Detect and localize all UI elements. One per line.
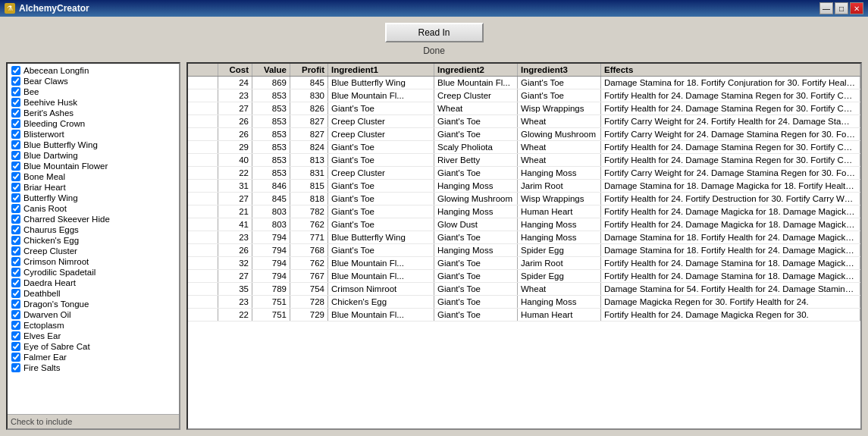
table-row[interactable]: 21803782Giant's ToeHanging MossHuman Hea… — [188, 205, 860, 218]
list-item[interactable]: Butterfly Wing — [9, 193, 177, 203]
ingredient-name: Elves Ear — [24, 331, 61, 340]
ingredient-name: Blisterwort — [24, 130, 64, 139]
ingredient-name: Chicken's Egg — [24, 236, 79, 245]
ingredient-name: Ectoplasm — [24, 321, 64, 330]
ingredient-name: Falmer Ear — [24, 353, 67, 362]
list-item[interactable]: Charred Skeever Hide — [9, 214, 177, 224]
list-item[interactable]: Berit's Ashes — [9, 108, 177, 118]
ingredient-name: Eye of Sabre Cat — [24, 342, 90, 351]
ingredient-list: Abecean LongfinBear ClawsBeeBeehive Husk… — [8, 64, 179, 414]
ingredient-name: Deathbell — [24, 289, 61, 298]
table-row[interactable]: 24869845Blue Butterfly WingBlue Mountain… — [188, 77, 860, 89]
title-bar: ⚗ AlchemyCreator — □ ✕ — [0, 0, 868, 17]
col-header-ing3: Ingredient3 — [518, 64, 601, 76]
ingredient-name: Bear Claws — [24, 77, 68, 86]
list-item[interactable]: Blisterwort — [9, 129, 177, 140]
table-row[interactable]: 26853827Creep ClusterGiant's ToeWheatFor… — [188, 115, 860, 128]
list-item[interactable]: Bee — [9, 86, 177, 97]
table-row[interactable]: 27845818Giant's ToeGlowing MushroomWisp … — [188, 193, 860, 205]
table-row[interactable]: 23853830Blue Mountain Fl...Creep Cluster… — [188, 89, 860, 102]
window-title: AlchemyCreator — [19, 3, 89, 14]
ingredient-name: Blue Mountain Flower — [24, 162, 108, 171]
ingredient-name: Creep Cluster — [24, 246, 77, 256]
list-item[interactable]: Bleeding Crown — [9, 118, 177, 129]
col-header-cost: Cost — [218, 64, 252, 76]
col-header-ing2: Ingredient2 — [434, 64, 518, 76]
table-body: 24869845Blue Butterfly WingBlue Mountain… — [188, 77, 860, 428]
ingredient-name: Charred Skeever Hide — [24, 215, 110, 224]
close-button[interactable]: ✕ — [850, 2, 863, 14]
table-row[interactable]: 27794767Blue Mountain Fl...Giant's ToeSp… — [188, 270, 860, 283]
list-item[interactable]: Bear Claws — [9, 76, 177, 86]
list-item[interactable]: Elves Ear — [9, 331, 177, 341]
minimize-button[interactable]: — — [819, 2, 833, 14]
list-item[interactable]: Deathbell — [9, 288, 177, 299]
table-row[interactable]: 27853826Giant's ToeWheatWisp WrappingsFo… — [188, 102, 860, 115]
list-item[interactable]: Chaurus Eggs — [9, 224, 177, 235]
table-row[interactable]: 22751729Blue Mountain Fl...Giant's ToeHu… — [188, 309, 860, 322]
ingredient-name: Blue Butterfly Wing — [24, 140, 98, 149]
list-item[interactable]: Blue Mountain Flower — [9, 161, 177, 171]
ingredient-name: Bleeding Crown — [24, 119, 85, 128]
ingredient-name: Bee — [24, 87, 39, 96]
list-item[interactable]: Eye of Sabre Cat — [9, 341, 177, 352]
list-item[interactable]: Beehive Husk — [9, 97, 177, 108]
done-label: Done — [423, 45, 445, 56]
table-row[interactable]: 35789754Crimson NimrootGiant's ToeWheatD… — [188, 283, 860, 296]
ingredient-name: Cyrodilic Spadetail — [24, 268, 96, 277]
ingredient-name: Berit's Ashes — [24, 108, 74, 118]
ingredient-name: Dragon's Tongue — [24, 300, 89, 309]
maximize-button[interactable]: □ — [835, 2, 848, 14]
ingredient-name: Beehive Husk — [24, 98, 77, 107]
check-to-include-label: Check to include — [8, 414, 179, 428]
list-item[interactable]: Daedra Heart — [9, 278, 177, 288]
ingredient-name: Crimson Nimroot — [24, 257, 89, 266]
list-item[interactable]: Blue Butterfly Wing — [9, 140, 177, 150]
list-item[interactable]: Canis Root — [9, 203, 177, 214]
list-item[interactable]: Cyrodilic Spadetail — [9, 267, 177, 278]
table-header: Cost Value Profit Ingredient1 Ingredient… — [188, 64, 860, 77]
table-row[interactable]: 23751728Chicken's EggGiant's ToeHanging … — [188, 296, 860, 309]
table-row[interactable]: 29853824Giant's ToeScaly PholiotaWheatFo… — [188, 141, 860, 154]
ingredient-name: Daedra Heart — [24, 278, 76, 287]
table-row[interactable]: 23794771Blue Butterfly WingGiant's ToeHa… — [188, 231, 860, 244]
table-row[interactable]: 22853831Creep ClusterGiant's ToeHanging … — [188, 167, 860, 180]
ingredient-name: Fire Salts — [24, 363, 61, 372]
col-header-value: Value — [252, 64, 290, 76]
table-row[interactable]: 26794768Giant's ToeHanging MossSpider Eg… — [188, 244, 860, 257]
list-item[interactable]: Blue Dartwing — [9, 150, 177, 161]
col-header-ing1: Ingredient1 — [328, 64, 434, 76]
list-item[interactable]: Crimson Nimroot — [9, 256, 177, 267]
list-item[interactable]: Creep Cluster — [9, 246, 177, 256]
ingredient-name: Chaurus Eggs — [24, 225, 79, 234]
list-item[interactable]: Dwarven Oil — [9, 309, 177, 320]
list-item[interactable]: Dragon's Tongue — [9, 299, 177, 309]
ingredient-name: Canis Root — [24, 204, 67, 213]
list-item[interactable]: Abecean Longfin — [9, 65, 177, 76]
ingredient-name: Dwarven Oil — [24, 310, 71, 319]
read-in-button[interactable]: Read In — [385, 23, 484, 42]
ingredient-name: Bone Meal — [24, 172, 65, 181]
table-row[interactable]: 31846815Giant's ToeHanging MossJarim Roo… — [188, 180, 860, 193]
table-row[interactable]: 41803762Giant's ToeGlow DustHanging Moss… — [188, 218, 860, 231]
col-header-effects: Effects — [601, 64, 860, 76]
app-icon: ⚗ — [5, 3, 15, 14]
ingredient-name: Butterfly Wing — [24, 193, 78, 202]
list-item[interactable]: Ectoplasm — [9, 320, 177, 331]
list-item[interactable]: Falmer Ear — [9, 352, 177, 362]
ingredient-name: Abecean Longfin — [24, 66, 89, 75]
table-row[interactable]: 32794762Blue Mountain Fl...Giant's ToeJa… — [188, 257, 860, 270]
table-row[interactable]: 26853827Creep ClusterGiant's ToeGlowing … — [188, 128, 860, 141]
list-item[interactable]: Chicken's Egg — [9, 235, 177, 246]
table-row[interactable]: 40853813Giant's ToeRiver BettyWheatForti… — [188, 154, 860, 167]
ingredient-name: Briar Heart — [24, 183, 66, 192]
list-item[interactable]: Bone Meal — [9, 171, 177, 182]
col-header-profit: Profit — [290, 64, 328, 76]
ingredient-name: Blue Dartwing — [24, 151, 78, 160]
list-item[interactable]: Briar Heart — [9, 182, 177, 193]
list-item[interactable]: Fire Salts — [9, 362, 177, 373]
